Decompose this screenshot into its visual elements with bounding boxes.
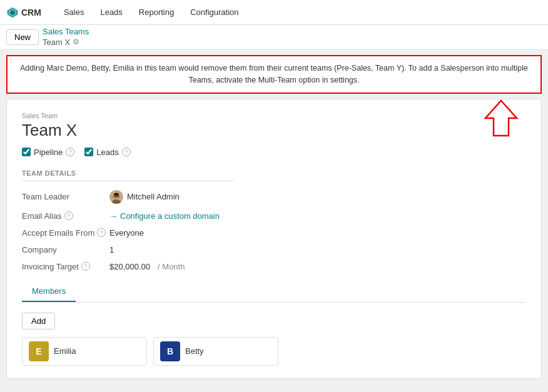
team-leader-avatar <box>109 190 123 204</box>
form-title: Team X <box>22 121 526 140</box>
breadcrumb-current: Team X ⚙ <box>43 38 89 48</box>
arrow-right-icon: → <box>109 211 118 221</box>
checkbox-row: Pipeline ? Leads ? <box>22 148 526 157</box>
email-alias-label: Email Alias ? <box>22 211 109 221</box>
company-label: Company <box>22 245 109 254</box>
add-member-button[interactable]: Add <box>22 313 55 329</box>
list-item: E Emilia <box>22 337 147 366</box>
leads-checkbox-item: Leads ? <box>84 148 130 157</box>
accept-emails-label: Accept Emails From ? <box>22 228 109 238</box>
breadcrumb-parent[interactable]: Sales Teams <box>43 27 89 38</box>
main-content: Adding Marc Demo, Betty, Emilia in this … <box>0 50 548 392</box>
breadcrumb-bar: New Sales Teams Team X ⚙ <box>0 25 548 50</box>
navbar: CRM Sales Leads Reporting Configuration <box>0 0 548 25</box>
gear-icon[interactable]: ⚙ <box>73 38 79 48</box>
leads-label: Leads <box>96 148 118 157</box>
app-logo[interactable]: CRM <box>6 6 51 19</box>
app-name: CRM <box>21 8 41 18</box>
email-alias-value: → Configure a custom domain <box>109 211 220 221</box>
invoicing-label: Invoicing Target ? <box>22 262 109 271</box>
svg-marker-3 <box>485 101 517 136</box>
tabs-bar: Members <box>22 281 526 303</box>
invoicing-help-icon[interactable]: ? <box>81 262 90 271</box>
invoicing-amount: $20,000.00 <box>109 262 150 271</box>
member-avatar-betty: B <box>160 341 180 361</box>
company-value: 1 <box>109 245 114 254</box>
arrow-annotation <box>476 99 526 139</box>
section-title: TEAM DETAILS <box>22 169 235 181</box>
accept-emails-row: Accept Emails From ? Everyone <box>22 228 526 238</box>
list-item: B Betty <box>153 337 278 366</box>
invoicing-row: Invoicing Target ? $20,000.00 / Month <box>22 262 526 271</box>
members-section: Members Add E Emilia B Betty <box>22 281 526 366</box>
invoicing-value: $20,000.00 / Month <box>109 262 185 271</box>
nav-leads[interactable]: Leads <box>94 4 128 21</box>
team-leader-name: Mitchell Admin <box>127 192 180 201</box>
configure-domain-link[interactable]: → Configure a custom domain <box>109 211 220 221</box>
tab-members[interactable]: Members <box>22 281 76 302</box>
email-alias-row: Email Alias ? → Configure a custom domai… <box>22 211 526 221</box>
warning-banner: Adding Marc Demo, Betty, Emilia in this … <box>6 55 542 94</box>
nav-sales[interactable]: Sales <box>58 4 91 21</box>
warning-text: Adding Marc Demo, Betty, Emilia in this … <box>20 64 528 84</box>
pipeline-label: Pipeline <box>34 148 63 157</box>
team-leader-label: Team Leader <box>22 192 109 201</box>
pipeline-checkbox[interactable] <box>22 148 31 156</box>
leads-help-icon[interactable]: ? <box>122 148 131 156</box>
members-grid: E Emilia B Betty <box>22 337 526 366</box>
accept-emails-value: Everyone <box>109 228 144 238</box>
team-leader-row: Team Leader Mitchell Admin <box>22 190 526 204</box>
pipeline-checkbox-item: Pipeline ? <box>22 148 74 157</box>
company-row: Company 1 <box>22 245 526 254</box>
breadcrumb-current-label: Team X <box>43 38 70 48</box>
nav-configuration[interactable]: Configuration <box>184 4 245 21</box>
team-leader-value: Mitchell Admin <box>109 190 180 204</box>
form-card: EN Sales Team Team X Pipeline ? Leads ? … <box>6 99 542 379</box>
nav-reporting[interactable]: Reporting <box>133 4 180 21</box>
nav-menu: Sales Leads Reporting Configuration <box>58 4 245 21</box>
leads-checkbox[interactable] <box>84 148 93 156</box>
member-avatar-emilia: E <box>29 341 49 361</box>
form-subtitle: Sales Team <box>22 112 526 119</box>
member-name-emilia: Emilia <box>54 346 76 356</box>
configure-domain-label: Configure a custom domain <box>120 211 220 221</box>
accept-emails-help-icon[interactable]: ? <box>97 228 106 237</box>
member-name-betty: Betty <box>185 346 204 356</box>
pipeline-help-icon[interactable]: ? <box>66 148 74 156</box>
breadcrumb: Sales Teams Team X ⚙ <box>43 27 89 48</box>
email-alias-help-icon[interactable]: ? <box>64 211 73 220</box>
invoicing-period: / Month <box>158 262 185 271</box>
svg-rect-7 <box>114 193 119 196</box>
new-button[interactable]: New <box>6 29 39 45</box>
